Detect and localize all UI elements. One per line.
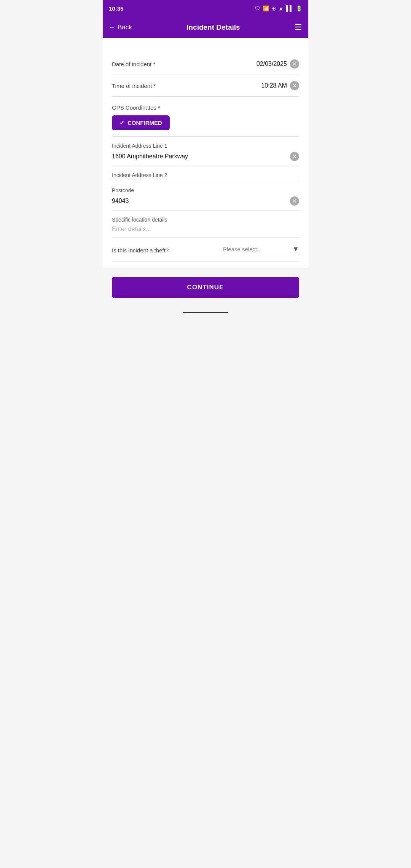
menu-button[interactable]: ☰ [295,22,302,32]
form-container: Date of incident * 02/03/2025 ✕ Time of … [103,38,308,268]
theft-section: Is this incident a theft? Please select.… [112,238,299,262]
location-details-row [112,226,299,237]
postcode-clear-button[interactable]: ✕ [290,196,299,206]
location-details-label: Specific location details [112,217,299,223]
layers-icon: ⊞ [271,5,276,11]
postcode-input[interactable] [112,198,290,204]
time-value-wrapper: 10:28 AM ✕ [261,81,299,90]
time-clear-button[interactable]: ✕ [290,81,299,90]
wifi-icon: ▲ [278,5,284,11]
status-icons: 🛡 📶 ⊞ ▲ ▌▌ 🔋 [255,5,302,11]
time-value[interactable]: 10:28 AM [261,82,287,89]
time-field-row: Time of incident * 10:28 AM ✕ [112,75,299,97]
shield-icon: 🛡 [255,5,260,11]
confirmed-label: CONFIRMED [127,120,162,126]
signal-icon: ▌▌ [286,5,293,11]
date-value[interactable]: 02/03/2025 [256,61,287,67]
gps-section: GPS Coordinates * ✓ CONFIRMED [112,97,299,137]
theft-select-wrapper: Please select... Yes No ▼ [223,245,299,255]
postcode-label: Postcode [112,187,299,193]
gps-label: GPS Coordinates * [112,104,299,111]
hamburger-icon: ☰ [295,22,302,32]
date-label: Date of incident * [112,61,256,67]
date-field-row: Date of incident * 02/03/2025 ✕ [112,53,299,75]
address-line1-row: ✕ [112,152,299,166]
theft-select[interactable]: Please select... Yes No [223,246,292,252]
postcode-row: ✕ [112,196,299,210]
header: ← Back Incident Details ☰ [103,17,308,38]
back-label: Back [118,24,132,31]
back-button[interactable]: ← Back [109,24,132,31]
back-arrow-icon: ← [109,24,115,31]
date-value-wrapper: 02/03/2025 ✕ [256,59,299,69]
dropdown-chevron-icon: ▼ [292,245,299,253]
continue-button[interactable]: CONTINUE [112,277,299,298]
checkmark-icon: ✓ [119,119,124,126]
home-bar [183,312,228,313]
address-line1-label: Incident Address Line 1 [112,143,299,149]
battery-icon: 🔋 [296,5,302,11]
address-line2-input[interactable] [112,181,299,188]
confirmed-button[interactable]: ✓ CONFIRMED [112,115,170,130]
time-label: Time of incident * [112,83,261,89]
status-bar: 10:35 🛡 📶 ⊞ ▲ ▌▌ 🔋 [103,0,308,17]
home-indicator [103,307,308,316]
sim-icon: 📶 [263,5,269,11]
theft-label: Is this incident a theft? [112,247,223,254]
location-details-input[interactable] [112,226,299,233]
address-line2-section: Incident Address Line 2 [112,166,299,181]
address-line1-input[interactable] [112,153,290,160]
address-line1-clear-button[interactable]: ✕ [290,152,299,161]
address-line1-section: Incident Address Line 1 ✕ [112,137,299,166]
page-title: Incident Details [186,23,240,32]
date-clear-button[interactable]: ✕ [290,59,299,69]
location-details-section: Specific location details [112,211,299,238]
status-time: 10:35 [109,5,123,12]
address-line2-label: Incident Address Line 2 [112,172,299,178]
